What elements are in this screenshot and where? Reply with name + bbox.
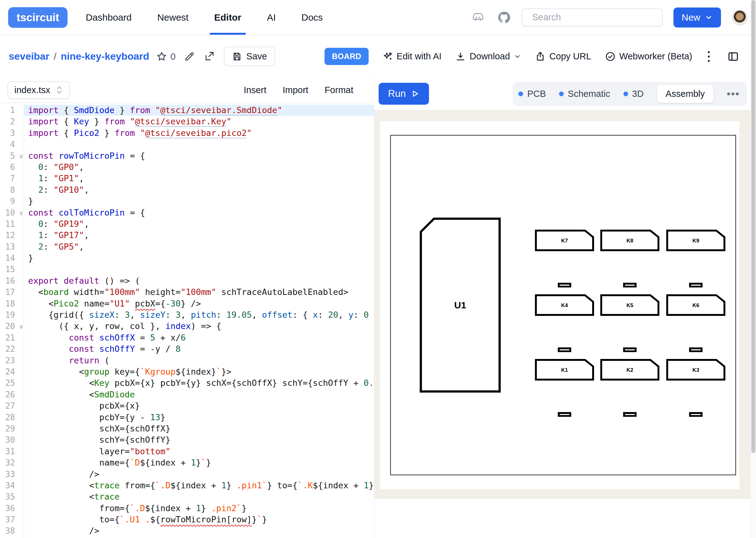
line-number[interactable]: 9	[0, 195, 24, 207]
line-number[interactable]: 21	[0, 332, 24, 343]
line-number[interactable]: 1	[0, 105, 24, 116]
line-number[interactable]: 26	[0, 389, 24, 400]
line-number[interactable]: 13	[0, 241, 24, 252]
download-button[interactable]: Download	[455, 51, 521, 62]
code-line: 20∨ ({ x, y, row, col }, index) => {	[0, 321, 374, 332]
tabs-more-button[interactable]: •••	[727, 88, 742, 100]
line-number[interactable]: 4	[0, 139, 24, 150]
nav-item-ai[interactable]: AI	[267, 12, 276, 23]
code-line: 11 0: "GP19",	[0, 218, 374, 230]
line-number[interactable]: 11	[0, 218, 24, 230]
nav-item-dashboard[interactable]: Dashboard	[86, 12, 132, 23]
line-number[interactable]: 18	[0, 298, 24, 309]
new-button[interactable]: New	[673, 8, 721, 27]
line-number[interactable]: 8	[0, 184, 24, 195]
line-number[interactable]: 31	[0, 446, 24, 457]
line-number[interactable]: 17	[0, 287, 24, 298]
line-number[interactable]: 32	[0, 457, 24, 468]
pencil-icon	[184, 51, 195, 62]
line-number[interactable]: 15	[0, 264, 24, 275]
webworker-label: Webworker (Beta)	[619, 51, 692, 62]
line-number[interactable]: 25	[0, 377, 24, 389]
search-input[interactable]	[521, 8, 663, 27]
rename-button[interactable]	[184, 51, 195, 62]
project-toolbar: seveibar / nine-key-keyboard 0 Save BOAR…	[0, 35, 756, 78]
line-number[interactable]: 22	[0, 343, 24, 354]
key-label-K6: K6	[693, 302, 699, 308]
breadcrumb-owner[interactable]: seveibar	[9, 51, 49, 62]
scrollbar-thumb[interactable]	[751, 0, 755, 453]
star-button[interactable]: 0	[156, 51, 176, 62]
app-window: tscircuit DashboardNewestEditorAIDocs Ne…	[0, 0, 756, 538]
line-number[interactable]: 33	[0, 469, 24, 480]
nav-item-newest[interactable]: Newest	[157, 12, 189, 23]
tab-3d[interactable]: 3D	[623, 89, 644, 99]
line-number[interactable]: 37	[0, 514, 24, 525]
save-button[interactable]: Save	[224, 47, 275, 66]
diode-slot	[691, 414, 701, 415]
line-number[interactable]: 16	[0, 275, 24, 287]
tab-dot-icon	[623, 91, 628, 96]
github-icon[interactable]	[497, 11, 511, 25]
editor-menu-insert[interactable]: Insert	[244, 85, 266, 95]
line-number[interactable]: 19	[0, 309, 24, 321]
user-avatar[interactable]	[731, 9, 748, 26]
line-number[interactable]: 29	[0, 423, 24, 434]
page-scrollbar[interactable]	[750, 0, 756, 538]
line-number[interactable]: 10∨	[0, 207, 24, 218]
copy-url-button[interactable]: Copy URL	[535, 51, 591, 62]
editor-menu-import[interactable]: Import	[283, 85, 308, 95]
chevron-down-icon	[705, 14, 713, 22]
code-line: 15	[0, 264, 374, 275]
line-number[interactable]: 14	[0, 252, 24, 264]
panel-toggle-button[interactable]	[727, 51, 739, 63]
more-menu-button[interactable]	[706, 49, 712, 64]
line-number[interactable]: 30	[0, 434, 24, 446]
tab-assembly[interactable]: Assembly	[657, 85, 714, 103]
discord-icon[interactable]	[472, 11, 485, 24]
fold-chevron-icon[interactable]: ∨	[19, 151, 23, 162]
assembly-canvas[interactable]: U1K7K8K9K4K5K6K1K2K3	[374, 110, 756, 499]
run-button[interactable]: Run	[378, 83, 429, 105]
line-number[interactable]: 6	[0, 162, 24, 173]
fold-chevron-icon[interactable]: ∨	[19, 207, 23, 219]
line-number[interactable]: 36	[0, 503, 24, 514]
code-line: 23 return (	[0, 355, 374, 366]
panel-layout-icon	[727, 51, 739, 63]
tab-schematic[interactable]: Schematic	[559, 89, 610, 99]
line-number[interactable]: 38	[0, 525, 24, 536]
code-line: 14}	[0, 252, 374, 264]
board-badge[interactable]: BOARD	[324, 48, 368, 65]
file-select[interactable]: index.tsx	[8, 81, 70, 99]
code-line: 18 <Pico2 name="U1" pcbX={-30} />	[0, 298, 374, 309]
tscircuit-logo[interactable]: tscircuit	[8, 7, 68, 28]
edit-with-ai-button[interactable]: Edit with AI	[382, 51, 441, 62]
line-number[interactable]: 23	[0, 355, 24, 366]
webworker-button[interactable]: Webworker (Beta)	[605, 51, 692, 62]
code-line: 29 schX={schOffX}	[0, 423, 374, 434]
line-number[interactable]: 5∨	[0, 150, 24, 162]
breadcrumb-project-name[interactable]: nine-key-keyboard	[61, 51, 149, 62]
line-number[interactable]: 7	[0, 173, 24, 184]
external-link-icon	[203, 51, 214, 62]
key-label-K8: K8	[626, 238, 633, 244]
code-line: 13 2: "GP5",	[0, 241, 374, 252]
open-external-button[interactable]	[203, 51, 214, 62]
line-number[interactable]: 34	[0, 480, 24, 491]
line-number[interactable]: 24	[0, 366, 24, 377]
nav-item-editor[interactable]: Editor	[214, 12, 241, 23]
code-line: 3import { Pico2 } from "@tsci/seveibar.p…	[0, 128, 374, 139]
nav-item-docs[interactable]: Docs	[301, 12, 323, 23]
line-number[interactable]: 12	[0, 230, 24, 241]
line-number[interactable]: 27	[0, 400, 24, 411]
chevron-down-icon	[514, 53, 521, 60]
line-number[interactable]: 2	[0, 116, 24, 127]
code-editor[interactable]: 1import { SmdDiode } from "@tsci/seveiba…	[0, 103, 374, 538]
line-number[interactable]: 35	[0, 491, 24, 502]
tab-pcb[interactable]: PCB	[518, 89, 546, 99]
editor-menu-format[interactable]: Format	[324, 85, 353, 95]
line-number[interactable]: 28	[0, 412, 24, 423]
fold-chevron-icon[interactable]: ∨	[19, 321, 23, 332]
line-number[interactable]: 3	[0, 128, 24, 139]
line-number[interactable]: 20∨	[0, 321, 24, 332]
